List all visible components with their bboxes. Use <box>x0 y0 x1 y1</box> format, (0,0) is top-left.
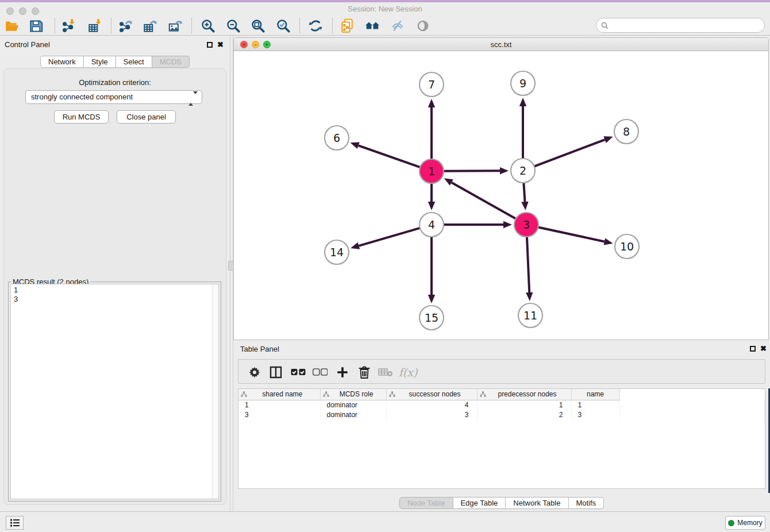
arrowhead-1-4 <box>428 202 435 210</box>
optimization-criterion-select[interactable]: strongly connected component <box>25 90 202 104</box>
export-table-icon[interactable] <box>142 18 158 34</box>
cell-successor_nodes[interactable]: 3 <box>386 410 477 419</box>
close-panel-icon[interactable]: ✖ <box>217 40 224 49</box>
copy-network-icon[interactable] <box>339 18 355 34</box>
arrowhead-2-9 <box>519 98 526 106</box>
column-header-filler <box>619 389 765 400</box>
zoom-window-icon[interactable] <box>32 7 39 15</box>
gear-icon[interactable] <box>246 364 263 381</box>
toolbar-divider <box>111 18 111 33</box>
control-panel: Control Panel ✖ NetworkStyleSelectMCDS O… <box>0 36 230 511</box>
add-column-icon[interactable] <box>334 364 351 381</box>
float-table-panel-icon[interactable] <box>750 346 756 352</box>
zoom-out-icon[interactable] <box>225 18 241 34</box>
table-row[interactable]: 1dominator411 <box>238 400 765 410</box>
result-scrollbar[interactable] <box>212 284 218 499</box>
minimize-window-icon[interactable] <box>19 7 26 15</box>
cell-predecessor_nodes[interactable]: 2 <box>477 410 571 419</box>
tab-mcds[interactable]: MCDS <box>152 56 190 68</box>
show-graphics-details-icon[interactable] <box>415 18 431 34</box>
tab-network-table[interactable]: Network Table <box>506 497 568 509</box>
toolbar-divider <box>332 18 333 33</box>
network-window-titlebar[interactable]: × − + scc.txt <box>234 38 768 51</box>
cell-mcds_role[interactable]: dominator <box>320 410 386 419</box>
search-input[interactable] <box>611 20 764 31</box>
column-header-name[interactable]: name <box>571 389 619 400</box>
node-label-1: 1 <box>428 165 435 178</box>
control-panel-header: Control Panel ✖ <box>0 40 230 52</box>
export-image-icon[interactable] <box>167 18 183 34</box>
arrowhead-1-6 <box>351 142 360 149</box>
import-table-icon[interactable] <box>87 18 103 34</box>
float-panel-icon[interactable] <box>207 42 213 48</box>
arrowhead-4-14 <box>351 242 360 249</box>
tab-select[interactable]: Select <box>116 56 152 68</box>
column-header-predecessor-nodes[interactable]: predecessor nodes <box>477 389 571 400</box>
edge-4-14[interactable] <box>359 228 419 246</box>
task-history-button[interactable] <box>6 516 24 530</box>
hide-graphics-details-icon[interactable] <box>390 18 406 34</box>
split-columns-icon[interactable] <box>267 364 284 381</box>
close-table-panel-icon[interactable]: ✖ <box>760 344 767 353</box>
cell-mcds_role[interactable]: dominator <box>320 400 386 410</box>
cell-predecessor_nodes[interactable]: 1 <box>477 400 571 410</box>
edge-3-1[interactable] <box>452 183 516 219</box>
import-network-icon[interactable] <box>60 18 76 34</box>
delete-table-icon <box>377 364 394 381</box>
column-header-MCDS-role[interactable]: MCDS role <box>320 389 386 400</box>
app-title: Session: New Session <box>0 2 770 16</box>
arrowhead-2-8 <box>603 136 613 143</box>
network-graph-canvas[interactable]: 7968124314101511 <box>234 51 768 340</box>
tab-node-table[interactable]: Node Table <box>399 497 453 509</box>
zoom-fit-icon[interactable] <box>250 18 266 34</box>
tab-motifs[interactable]: Motifs <box>568 497 604 509</box>
memory-button[interactable]: Memory <box>725 516 765 530</box>
close-panel-button[interactable]: Close panel <box>117 110 176 124</box>
column-header-shared-name[interactable]: shared name <box>238 389 320 400</box>
export-network-icon[interactable] <box>117 18 133 34</box>
zoom-selected-icon[interactable] <box>275 18 291 34</box>
arrowhead-4-15 <box>428 295 435 303</box>
toolbar-divider <box>299 18 300 33</box>
optimization-criterion-label: Optimization criterion: <box>0 78 230 87</box>
column-header-successor-nodes[interactable]: successor nodes <box>386 389 477 400</box>
memory-status-icon <box>728 520 734 526</box>
tab-edge-table[interactable]: Edge Table <box>453 497 506 509</box>
save-session-icon[interactable] <box>28 18 44 34</box>
cell-name[interactable]: 1 <box>571 400 619 410</box>
cell-shared_name[interactable]: 1 <box>238 400 320 410</box>
deselect-all-checkboxes-icon[interactable] <box>311 364 329 381</box>
run-mcds-button[interactable]: Run MCDS <box>54 110 109 124</box>
selected-option: strongly connected component <box>31 92 133 101</box>
maximize-network-icon[interactable]: + <box>263 41 271 48</box>
list-icon <box>10 518 20 527</box>
cell-shared_name[interactable]: 3 <box>238 410 320 419</box>
edge-2-8[interactable] <box>534 140 605 166</box>
cell-name[interactable]: 3 <box>571 410 619 419</box>
table-row[interactable]: 3dominator323 <box>238 410 765 419</box>
arrowhead-3-10 <box>604 238 613 245</box>
refresh-layout-icon[interactable] <box>307 18 324 34</box>
select-all-checkboxes-icon[interactable] <box>290 364 307 381</box>
minimize-network-icon[interactable]: − <box>252 41 259 48</box>
close-window-icon[interactable] <box>6 7 14 15</box>
search-box <box>596 18 765 33</box>
edge-1-6[interactable] <box>359 145 420 167</box>
node-label-3: 3 <box>523 218 530 231</box>
cell-successor_nodes[interactable]: 4 <box>386 400 477 410</box>
network-overview-icon[interactable] <box>364 18 380 34</box>
edge-1-2[interactable] <box>444 171 500 171</box>
tab-network[interactable]: Network <box>40 56 84 68</box>
mcds-result-text[interactable]: 13 <box>10 284 219 499</box>
zoom-in-icon[interactable] <box>200 18 216 34</box>
close-network-icon[interactable]: × <box>240 41 248 48</box>
edge-3-11[interactable] <box>527 237 529 292</box>
table-tabs: Node TableEdge TableNetwork TableMotifs <box>399 497 604 509</box>
function-builder-icon: f(x) <box>399 364 417 381</box>
edge-2-3[interactable] <box>523 183 525 202</box>
edge-3-10[interactable] <box>538 227 605 241</box>
mcds-result-box: MCDS result (2 nodes) 13 <box>8 282 221 502</box>
open-session-icon[interactable] <box>4 18 20 34</box>
delete-columns-icon[interactable] <box>356 364 373 381</box>
tab-style[interactable]: Style <box>84 56 116 68</box>
